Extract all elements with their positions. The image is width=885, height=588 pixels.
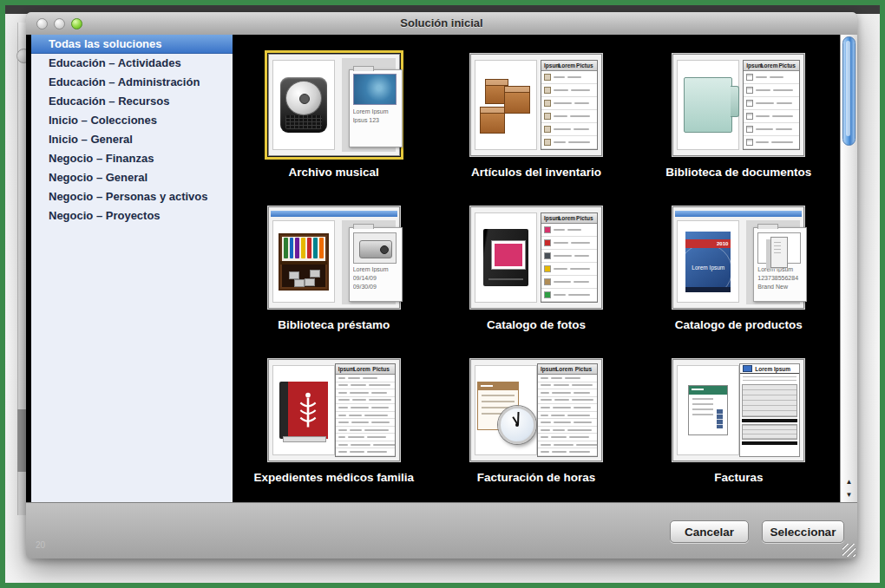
mock-table-row (538, 412, 597, 420)
sidebar-item-negocio-personas-activos[interactable]: Negocio – Personas y activos (31, 187, 233, 206)
row-text-bar (554, 268, 567, 270)
mock-table-row (541, 250, 597, 263)
mock-list-table: IpsumLoremPictus (541, 60, 598, 150)
sidebar-item-negocio-finanzas[interactable]: Negocio – Finanzas (31, 149, 233, 168)
row-text-bar (338, 399, 350, 401)
row-text-bar (756, 141, 769, 143)
template-label: Expedientes médicos familia (253, 471, 414, 484)
template-card-facturas[interactable]: Lorem Ipsum Facturas (638, 359, 840, 512)
row-text-bar (552, 392, 571, 394)
sidebar-item-educacion-actividades[interactable]: Educación – Actividades (31, 54, 233, 73)
row-text-bar (554, 141, 567, 143)
mock-table-row (541, 224, 597, 237)
thumbnail-biblioteca-documentos[interactable]: IpsumLoremPictus (672, 54, 804, 156)
mock-list-table: IpsumLoremPictus (335, 363, 396, 457)
row-text-bar (338, 392, 347, 394)
row-icon (544, 265, 551, 272)
clock-icon (498, 406, 536, 444)
thumbnail-expedientes-medicos[interactable]: IpsumLoremPictus (268, 359, 400, 461)
row-icon (544, 139, 551, 146)
row-text-bar (568, 141, 590, 143)
medical-book-icon (279, 382, 328, 439)
row-text-bar (772, 115, 793, 117)
invoice-icon (688, 385, 728, 435)
row-icon (746, 113, 753, 120)
sidebar-item-todas-las-soluciones[interactable]: Todas las soluciones (31, 35, 233, 54)
mock-table-row (538, 375, 597, 382)
scrollbar-thumb[interactable] (842, 36, 856, 146)
template-card-archivo-musical[interactable]: Lorem Ipsum Ipsus 123 Archivo musical (233, 54, 435, 206)
resize-grip[interactable] (842, 544, 856, 557)
row-text-bar (554, 421, 571, 423)
row-text-bar (554, 294, 567, 296)
row-text-bar (756, 128, 773, 130)
row-icon (544, 113, 551, 120)
cancel-button[interactable]: Cancelar (670, 520, 749, 543)
row-text-bar (554, 102, 572, 104)
row-text-bar (338, 436, 346, 438)
mock-table-row (336, 441, 395, 449)
row-text-bar (574, 392, 590, 394)
row-text-bar (571, 242, 591, 244)
cd-disc-icon (285, 81, 322, 115)
row-text-bar (541, 377, 548, 379)
record-card: Lorem Ipsum 09/14/09 09/30/09 (349, 227, 403, 302)
thumbnail-archivo-musical[interactable]: Lorem Ipsum Ipsus 123 (268, 54, 400, 156)
mock-table-row (538, 441, 597, 449)
scroll-up-button[interactable]: ▲ (842, 475, 856, 488)
thumbnail-catalogo-productos[interactable]: 2010 Lorem Ipsum Lorem Ipsum (672, 206, 804, 309)
mock-table-row (541, 237, 597, 250)
sidebar-item-inicio-colecciones[interactable]: Inicio – Colecciones (31, 111, 233, 130)
row-text-bar (364, 429, 389, 431)
row-text-bar (572, 384, 593, 386)
scrollbar[interactable]: ▲ ▼ (840, 35, 857, 503)
row-icon (746, 139, 753, 146)
row-icon (544, 74, 551, 81)
sidebar-item-negocio-general[interactable]: Negocio – General (31, 168, 233, 187)
dialog-content: Todas las soluciones Educación – Activid… (26, 35, 857, 503)
card-text-line: 09/14/09 (353, 275, 398, 281)
row-text-bar (553, 407, 571, 408)
row-icon (544, 100, 551, 107)
template-label: Facturación de horas (477, 471, 596, 484)
product-photo (757, 232, 801, 264)
thumbnail-biblioteca-prestamo[interactable]: Lorem Ipsum 09/14/09 09/30/09 (268, 206, 400, 309)
template-card-biblioteca-documentos[interactable]: IpsumLoremPictus Biblioteca de documento… (638, 54, 840, 206)
template-label: Biblioteca de documentos (665, 166, 811, 179)
thumbnail-articulos-inventario[interactable]: IpsumLoremPictus (470, 54, 602, 156)
projector-photo (353, 232, 397, 264)
mock-table-row (336, 427, 395, 434)
row-text-bar (554, 255, 572, 257)
thumbnail-facturas[interactable]: Lorem Ipsum (672, 359, 804, 461)
sidebar-item-educacion-administracion[interactable]: Educación – Administración (31, 73, 233, 92)
row-text-bar (541, 415, 548, 416)
screenshot-frame: Solución inicial Todas las soluciones Ed… (0, 0, 885, 588)
mock-table-row (336, 434, 395, 441)
titlebar[interactable]: Solución inicial (26, 12, 857, 36)
row-text-bar (771, 141, 793, 143)
scroll-down-button[interactable]: ▼ (842, 488, 856, 501)
template-card-expedientes-medicos[interactable]: IpsumLoremPictus Expedientes médicos fam… (233, 359, 435, 512)
row-text-bar (773, 89, 793, 91)
record-card: Lorem Ipsum 123738556284 Brand New (753, 227, 807, 302)
thumbnail-catalogo-fotos[interactable]: IpsumLoremPictus (470, 206, 602, 309)
row-text-bar (338, 384, 349, 386)
template-card-articulos-inventario[interactable]: IpsumLoremPictus Artículos del inventari… (435, 54, 637, 206)
mock-table-header: IpsumLoremPictus (541, 213, 597, 224)
template-card-facturacion-horas[interactable]: IpsumLoremPictus Facturación de horas (435, 359, 637, 512)
template-card-catalogo-fotos[interactable]: IpsumLoremPictus Catalogo de fotos (435, 206, 637, 359)
template-card-catalogo-productos[interactable]: 2010 Lorem Ipsum Lorem Ipsum (638, 206, 840, 359)
photo-album-icon (483, 229, 528, 286)
template-card-biblioteca-prestamo[interactable]: Lorem Ipsum 09/14/09 09/30/09 Biblioteca… (233, 206, 435, 359)
sidebar-item-educacion-recursos[interactable]: Educación – Recursos (31, 92, 233, 111)
row-text-bar (574, 128, 590, 130)
template-label: Catalogo de productos (675, 318, 803, 331)
select-button[interactable]: Seleccionar (762, 520, 844, 543)
thumbnail-facturacion-horas[interactable]: IpsumLoremPictus (470, 359, 602, 461)
sidebar-item-negocio-proyectos[interactable]: Negocio – Proyectos (31, 206, 233, 225)
row-text-bar (756, 89, 770, 91)
mock-table-row (538, 419, 597, 427)
row-text-bar (570, 268, 591, 270)
sidebar-item-inicio-general[interactable]: Inicio – General (31, 130, 233, 149)
mock-table-row (336, 404, 395, 412)
